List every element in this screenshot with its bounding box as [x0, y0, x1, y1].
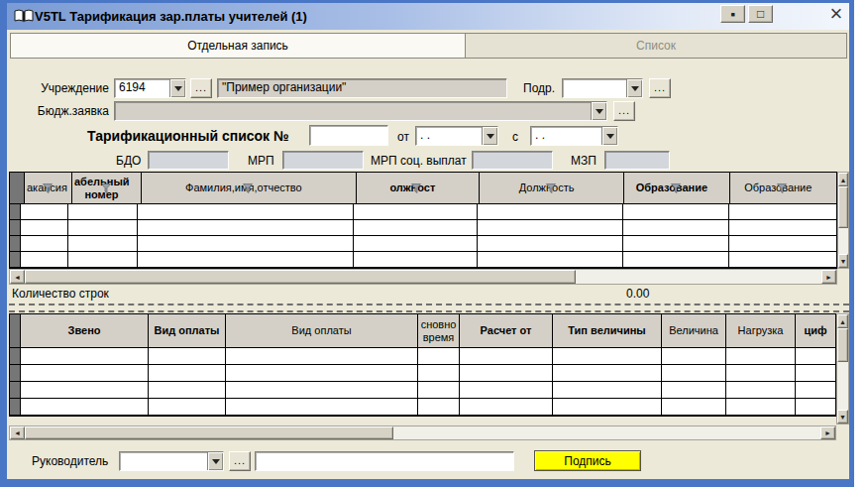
- tariff-list-number-input[interactable]: [309, 125, 388, 146]
- department-combobox[interactable]: [562, 78, 643, 98]
- column-header[interactable]: олжност: [357, 173, 480, 203]
- table-cell[interactable]: [460, 399, 553, 415]
- table-cell[interactable]: [68, 220, 138, 235]
- from-date-dropdown-button[interactable]: [482, 127, 497, 145]
- scroll-right-button[interactable]: ►: [821, 270, 836, 284]
- table-row[interactable]: [10, 399, 835, 416]
- column-header[interactable]: абельный номер: [72, 173, 142, 203]
- column-header[interactable]: Фамилия,имя,отчество: [142, 173, 357, 203]
- table-cell[interactable]: [478, 236, 623, 251]
- scroll-down-button[interactable]: ▼: [838, 254, 848, 268]
- table-cell[interactable]: [21, 399, 149, 415]
- table-cell[interactable]: [138, 252, 354, 267]
- scroll-left-button[interactable]: ◄: [10, 270, 25, 284]
- table-cell[interactable]: [726, 382, 796, 398]
- column-header[interactable]: Образование: [730, 173, 836, 203]
- table-cell[interactable]: [460, 348, 553, 364]
- table-cell[interactable]: [138, 236, 354, 251]
- table-cell[interactable]: [21, 236, 68, 251]
- table-cell[interactable]: [460, 382, 553, 398]
- table-cell[interactable]: [354, 220, 478, 235]
- manager-browse-button[interactable]: ...: [229, 451, 251, 471]
- filter-icon[interactable]: [141, 183, 355, 193]
- since-date-combobox[interactable]: . .: [530, 126, 618, 146]
- column-header[interactable]: сновно время: [418, 314, 460, 347]
- row-selector[interactable]: [10, 382, 21, 398]
- table-cell[interactable]: [226, 348, 418, 364]
- table-row[interactable]: [10, 220, 836, 236]
- table-cell[interactable]: [726, 348, 796, 364]
- row-selector[interactable]: [10, 399, 21, 415]
- table-cell[interactable]: [354, 252, 478, 267]
- table-cell[interactable]: [796, 348, 835, 364]
- sign-button[interactable]: Подпись: [534, 450, 641, 471]
- filter-icon[interactable]: [356, 183, 478, 193]
- table-cell[interactable]: [662, 399, 726, 415]
- table-row[interactable]: [10, 348, 835, 365]
- section-splitter[interactable]: [9, 304, 849, 312]
- table-cell[interactable]: [478, 252, 623, 267]
- table-cell[interactable]: [138, 204, 354, 219]
- scroll-down-button[interactable]: ▼: [837, 410, 848, 424]
- table-cell[interactable]: [354, 204, 478, 219]
- row-selector[interactable]: [10, 204, 21, 219]
- column-header[interactable]: акансия: [25, 173, 72, 203]
- table-cell[interactable]: [729, 204, 836, 219]
- row-selector[interactable]: [10, 365, 21, 381]
- scroll-up-button[interactable]: ▲: [837, 314, 848, 328]
- table-cell[interactable]: [729, 220, 836, 235]
- table-cell[interactable]: [149, 365, 226, 381]
- table-cell[interactable]: [796, 399, 835, 415]
- minimize-button[interactable]: ■: [720, 5, 745, 23]
- table-cell[interactable]: [226, 382, 418, 398]
- scrollbar-thumb[interactable]: [25, 426, 393, 439]
- table-cell[interactable]: [623, 220, 729, 235]
- filter-icon[interactable]: [623, 183, 727, 193]
- close-button[interactable]: ×: [823, 3, 849, 25]
- table-cell[interactable]: [553, 365, 662, 381]
- table-cell[interactable]: [68, 252, 138, 267]
- table-cell[interactable]: [478, 204, 623, 219]
- table-cell[interactable]: [726, 365, 796, 381]
- column-header[interactable]: Должность: [480, 173, 624, 203]
- table-cell[interactable]: [68, 236, 138, 251]
- tab-list[interactable]: Список: [466, 34, 846, 58]
- column-header[interactable]: Тип величины: [553, 314, 662, 347]
- scrollbar-track[interactable]: [25, 270, 821, 284]
- table-cell[interactable]: [478, 220, 623, 235]
- table-cell[interactable]: [729, 252, 836, 267]
- column-header[interactable]: Расчет от: [460, 314, 553, 347]
- table-cell[interactable]: [553, 348, 662, 364]
- filter-icon[interactable]: [729, 183, 835, 193]
- table-cell[interactable]: [662, 382, 726, 398]
- table-cell[interactable]: [726, 399, 796, 415]
- column-header[interactable]: Вид оплаты: [149, 314, 226, 347]
- table-cell[interactable]: [729, 236, 836, 251]
- table-cell[interactable]: [21, 348, 149, 364]
- table-cell[interactable]: [623, 204, 729, 219]
- scrollbar-track[interactable]: [838, 186, 848, 254]
- table-cell[interactable]: [138, 220, 354, 235]
- table-cell[interactable]: [623, 252, 729, 267]
- row-selector[interactable]: [10, 348, 21, 364]
- table-cell[interactable]: [21, 382, 149, 398]
- table-cell[interactable]: [623, 236, 729, 251]
- table-row[interactable]: [10, 252, 836, 268]
- table-cell[interactable]: [460, 365, 553, 381]
- signature-input[interactable]: [255, 451, 514, 471]
- table-cell[interactable]: [149, 382, 226, 398]
- table-cell[interactable]: [553, 382, 662, 398]
- column-header[interactable]: Звено: [21, 314, 149, 347]
- table-cell[interactable]: [68, 204, 138, 219]
- tab-single-record[interactable]: Отдельная запись: [11, 34, 466, 58]
- institution-combobox[interactable]: 6194: [114, 78, 186, 98]
- since-date-dropdown-button[interactable]: [601, 127, 617, 145]
- scrollbar-thumb[interactable]: [837, 328, 848, 362]
- table-cell[interactable]: [553, 399, 662, 415]
- table-cell[interactable]: [21, 204, 68, 219]
- row-selector[interactable]: [10, 236, 21, 251]
- table-cell[interactable]: [226, 399, 418, 415]
- manager-dropdown-button[interactable]: [207, 452, 223, 470]
- budget-request-combobox[interactable]: [114, 101, 607, 121]
- table-row[interactable]: [10, 382, 835, 399]
